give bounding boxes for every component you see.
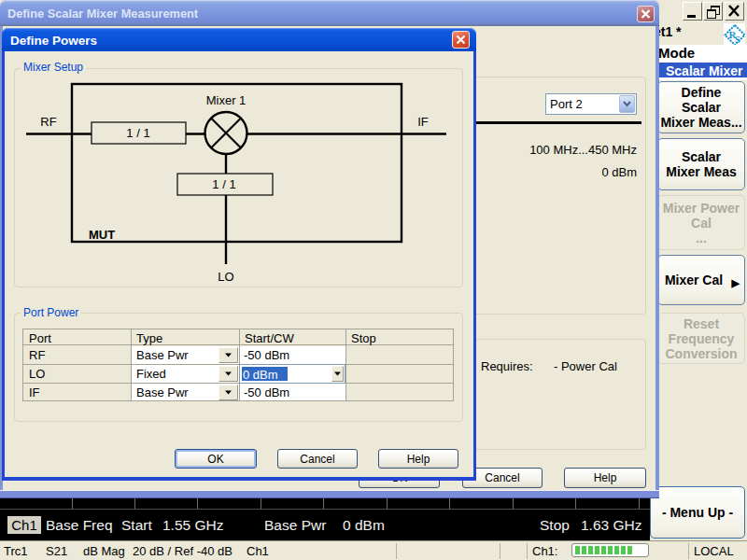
svg-text:S: S (735, 35, 740, 45)
svg-text:RF: RF (40, 115, 56, 129)
svg-text:1 / 1: 1 / 1 (212, 177, 235, 191)
svg-text:MUT: MUT (89, 228, 115, 242)
svg-text:1 / 1: 1 / 1 (126, 126, 149, 140)
svg-text:LO: LO (218, 270, 233, 284)
svg-text:Mixer 1: Mixer 1 (206, 93, 247, 107)
svg-text:IF: IF (417, 115, 429, 129)
